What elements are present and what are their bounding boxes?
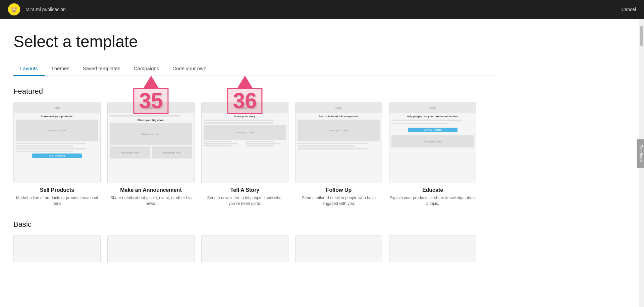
template-card-educate[interactable]: Logo Help people use your product or ser… — [389, 102, 476, 207]
tab-themes[interactable]: Themes — [45, 61, 76, 76]
template-grid: Logo Showcase your products. Add a photo… — [13, 102, 496, 207]
tab-campaigns[interactable]: Campaigns — [127, 61, 166, 76]
page-title: Select a template — [13, 32, 496, 51]
template-name-make-announcement: Make an Announcement — [107, 187, 195, 193]
basic-card-4[interactable] — [295, 235, 382, 262]
basic-card-5[interactable] — [389, 235, 476, 262]
template-desc-educate: Explain your products or share knowledge… — [389, 195, 476, 207]
tab-layouts[interactable]: Layouts — [13, 61, 45, 76]
svg-point-7 — [15, 7, 17, 10]
template-name-sell-products: Sell Products — [13, 187, 101, 193]
main-content: Select a template Layouts Themes Saved t… — [0, 19, 510, 276]
scrollbar-thumb[interactable] — [640, 26, 643, 46]
template-desc-tell-story: Send a newsletter to let people know wha… — [201, 195, 288, 207]
header: Mira mi publicación Cancel — [0, 0, 644, 19]
basic-card-3[interactable] — [201, 235, 288, 262]
template-preview-sell-products: Logo Showcase your products. Add a photo… — [13, 102, 101, 183]
basic-row — [13, 235, 496, 262]
template-desc-follow-up: Send a tailored email to people who have… — [295, 195, 382, 207]
tab-saved-templates[interactable]: Saved templates — [76, 61, 127, 76]
template-card-make-announcement[interactable]: 35 Logo Share your big news. Add a photo… — [107, 102, 195, 207]
basic-card-2[interactable] — [107, 235, 195, 262]
cancel-button[interactable]: Cancel — [621, 7, 636, 12]
template-name-follow-up: Follow Up — [295, 187, 382, 193]
tab-code-your-own[interactable]: Code your own — [166, 61, 213, 76]
template-desc-make-announcement: Share details about a sale, event, or ot… — [107, 195, 195, 207]
header-left: Mira mi publicación — [8, 3, 66, 15]
template-preview-make-announcement: Logo Share your big news. Add a photo he… — [107, 102, 195, 183]
featured-heading: Featured — [13, 87, 496, 96]
template-card-sell-products[interactable]: Logo Showcase your products. Add a photo… — [13, 102, 101, 207]
template-desc-sell-products: Market a line of products or promote sea… — [13, 195, 101, 207]
mailchimp-logo — [8, 3, 20, 15]
template-preview-educate: Logo Help people use your product or ser… — [389, 102, 476, 183]
template-card-follow-up[interactable]: Logo Send a tailored follow-up email. Ad… — [295, 102, 382, 207]
basic-card-1[interactable] — [13, 235, 101, 262]
svg-point-6 — [11, 7, 13, 10]
basic-heading: Basic — [13, 220, 496, 229]
campaign-name: Mira mi publicación — [25, 7, 66, 12]
template-card-tell-story[interactable]: 36 Logo Share your story. Add a photo he… — [201, 102, 288, 207]
template-name-educate: Educate — [389, 187, 476, 193]
template-preview-tell-story: Logo Share your story. Add a photo here. — [201, 102, 288, 183]
feedback-tab[interactable]: Feedback — [637, 139, 644, 168]
template-preview-follow-up: Logo Send a tailored follow-up email. Ad… — [295, 102, 382, 183]
tab-bar: Layouts Themes Saved templates Campaigns… — [13, 61, 496, 76]
template-name-tell-story: Tell A Story — [201, 187, 288, 193]
